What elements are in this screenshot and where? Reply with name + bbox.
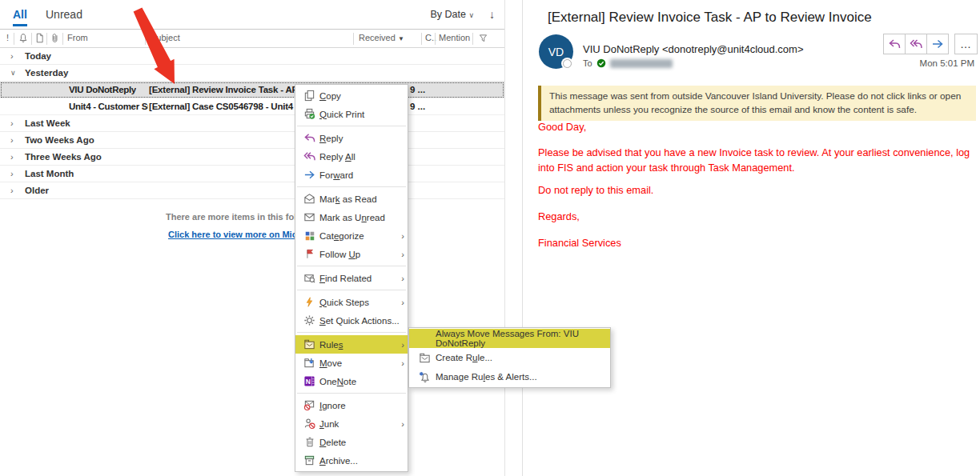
reply-all-icon bbox=[910, 38, 923, 50]
sort-direction-button[interactable]: ↓ bbox=[489, 8, 495, 21]
reply-all-button[interactable] bbox=[905, 34, 927, 54]
sort-by-dropdown[interactable]: By Date ∨ bbox=[430, 9, 474, 20]
reading-pane: [External] Review Invoice Task - AP to R… bbox=[524, 0, 980, 476]
more-actions-button[interactable]: … bbox=[954, 34, 978, 54]
tab-unread[interactable]: Unread bbox=[46, 8, 82, 21]
column-mention[interactable]: Mention bbox=[439, 33, 470, 42]
message-row-viu-donotreply[interactable]: VIU DoNotReply [External] Review Invoice… bbox=[0, 82, 504, 98]
body-greeting: Good Day, bbox=[538, 120, 980, 135]
set-quick-actions-icon bbox=[299, 314, 319, 326]
group-row-two-weeks-ago[interactable]: › Two Weeks Ago bbox=[0, 132, 504, 149]
menu-item-quick-steps[interactable]: Quick Steps › bbox=[295, 293, 408, 311]
importance-column-icon[interactable]: ! bbox=[6, 33, 9, 42]
menu-item-onenote[interactable]: N OneNote bbox=[295, 372, 408, 390]
menu-item-categorize[interactable]: Categorize › bbox=[295, 226, 408, 245]
column-received[interactable]: Received ▼ bbox=[359, 33, 404, 42]
menu-item-junk[interactable]: Junk › bbox=[295, 414, 408, 433]
recipient-name-redacted[interactable] bbox=[610, 59, 673, 68]
menu-separator bbox=[297, 186, 406, 187]
body-signature: Financial Services bbox=[538, 236, 980, 251]
item-type-column-icon[interactable] bbox=[34, 32, 45, 44]
menu-separator bbox=[297, 266, 406, 266]
onenote-icon: N bbox=[299, 375, 319, 387]
reply-all-icon bbox=[299, 150, 319, 162]
ignore-icon bbox=[299, 399, 319, 411]
menu-item-archive[interactable]: Archive... bbox=[295, 451, 408, 470]
reply-icon bbox=[888, 38, 902, 50]
menu-item-delete[interactable]: Delete bbox=[295, 433, 408, 451]
categorize-icon bbox=[299, 230, 319, 242]
menu-item-forward[interactable]: Forward bbox=[295, 166, 408, 184]
submenu-chevron-icon: › bbox=[396, 250, 404, 259]
menu-item-set-quick-actions[interactable]: Set Quick Actions... bbox=[295, 311, 408, 330]
chevron-down-icon: ∨ bbox=[468, 11, 474, 19]
follow-up-icon bbox=[299, 248, 319, 260]
submenu-item-manage-rules-alerts[interactable]: Manage Rules & Alerts... bbox=[409, 367, 610, 386]
menu-item-rules[interactable]: Rules › bbox=[295, 335, 408, 354]
reply-button[interactable] bbox=[883, 34, 906, 54]
chevron-right-icon: › bbox=[10, 132, 22, 149]
pane-divider[interactable] bbox=[522, 0, 523, 476]
menu-item-find-related[interactable]: Find Related › bbox=[295, 269, 408, 287]
chevron-down-icon: ∨ bbox=[10, 65, 22, 82]
group-row-last-month[interactable]: › Last Month bbox=[0, 166, 504, 182]
tab-all[interactable]: All bbox=[13, 8, 27, 21]
view-more-link[interactable]: Click here to view more on Microso bbox=[168, 230, 316, 239]
presence-badge bbox=[563, 59, 572, 68]
menu-item-copy[interactable]: Copy bbox=[295, 86, 408, 105]
submenu-item-always-move[interactable]: Always Move Messages From: VIU DoNotRepl… bbox=[409, 329, 610, 348]
quick-print-icon bbox=[299, 108, 319, 120]
recipient-row: To bbox=[583, 58, 673, 68]
email-subject: [External] Review Invoice Task - AP to R… bbox=[548, 10, 872, 26]
menu-item-follow-up[interactable]: Follow Up › bbox=[295, 245, 408, 263]
menu-item-quick-print[interactable]: Quick Print bbox=[295, 105, 408, 123]
menu-item-mark-as-unread[interactable]: Mark as Unread bbox=[295, 208, 408, 226]
menu-item-ignore[interactable]: Ignore bbox=[295, 396, 408, 414]
column-subject[interactable]: Subject bbox=[151, 33, 180, 42]
message-rows: › Today ∨ Yesterday VIU DoNotReply [Exte… bbox=[0, 48, 504, 199]
group-row-last-week[interactable]: › Last Week bbox=[0, 115, 504, 132]
body-paragraph: Please be advised that you have a new In… bbox=[538, 146, 980, 175]
forward-button[interactable] bbox=[926, 34, 949, 54]
manage-rules-icon bbox=[414, 371, 436, 383]
submenu-item-create-rule[interactable]: Create Rule... bbox=[409, 348, 610, 367]
forward-icon bbox=[299, 169, 319, 181]
message-row-unit4[interactable]: Unit4 - Customer Su... [External] Case C… bbox=[0, 98, 504, 115]
list-filter-tabs: All Unread By Date ∨ ↓ bbox=[0, 0, 504, 30]
submenu-chevron-icon: › bbox=[396, 231, 404, 241]
archive-icon bbox=[299, 454, 319, 466]
group-row-three-weeks-ago[interactable]: › Three Weeks Ago bbox=[0, 149, 504, 166]
group-row-today[interactable]: › Today bbox=[0, 48, 504, 65]
body-no-reply: Do not reply to this email. bbox=[538, 183, 980, 198]
sender-name-address[interactable]: VIU DoNotReply <donotreply@unit4cloud.co… bbox=[583, 43, 804, 55]
menu-item-mark-as-read[interactable]: Mark as Read bbox=[295, 190, 408, 208]
menu-item-reply[interactable]: Reply bbox=[295, 129, 408, 147]
reminder-bell-icon[interactable] bbox=[18, 32, 29, 44]
submenu-chevron-icon: › bbox=[396, 298, 404, 307]
list-column-header: ! From Subject Received ▼ C.. bbox=[0, 30, 504, 48]
message-timestamp: Mon 5:01 PM bbox=[920, 58, 974, 68]
to-label: To bbox=[583, 58, 592, 68]
submenu-chevron-icon: › bbox=[396, 419, 404, 429]
chevron-right-icon: › bbox=[10, 166, 22, 182]
menu-item-move[interactable]: Move › bbox=[295, 354, 408, 372]
outlook-window: All Unread By Date ∨ ↓ ! From bbox=[0, 0, 980, 476]
mark-read-icon bbox=[299, 193, 319, 205]
attachment-column-icon[interactable] bbox=[50, 32, 60, 44]
find-related-icon bbox=[299, 272, 319, 284]
menu-item-reply-all[interactable]: Reply All bbox=[295, 147, 408, 166]
group-row-older[interactable]: › Older bbox=[0, 182, 504, 199]
menu-separator bbox=[297, 290, 406, 290]
verified-check-icon bbox=[596, 58, 606, 68]
group-row-yesterday[interactable]: ∨ Yesterday bbox=[0, 65, 504, 82]
context-menu: Copy Quick Print Reply Reply All Forw bbox=[295, 84, 408, 472]
column-from[interactable]: From bbox=[67, 33, 88, 42]
menu-separator bbox=[297, 126, 406, 126]
filter-icon[interactable] bbox=[478, 32, 488, 44]
message-list-pane: All Unread By Date ∨ ↓ ! From bbox=[0, 0, 505, 476]
svg-text:N: N bbox=[306, 378, 311, 386]
move-icon bbox=[299, 357, 319, 369]
junk-icon bbox=[299, 418, 319, 430]
forward-icon bbox=[931, 38, 945, 50]
create-rule-icon bbox=[414, 352, 436, 364]
